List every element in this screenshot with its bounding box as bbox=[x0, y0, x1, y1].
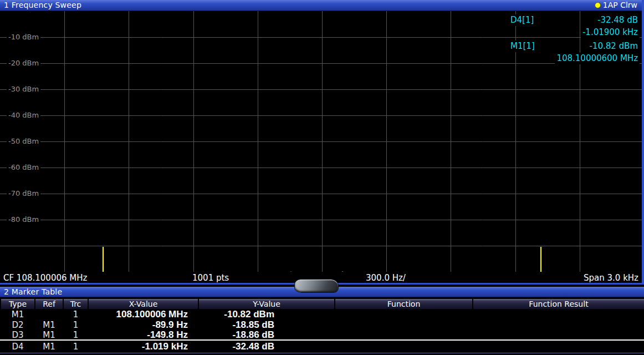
cell-y-value: -18.85 dB bbox=[199, 320, 334, 330]
readout-m1-freq: 108.10000600 MHz bbox=[555, 53, 640, 64]
cell-function-result bbox=[473, 330, 644, 340]
center-frequency-field[interactable]: CF 108.100006 MHz bbox=[3, 273, 87, 283]
cell-trc: 1 bbox=[64, 330, 88, 340]
marker-table-header: Type Ref Trc X-Value Y-Value Function Fu… bbox=[0, 299, 644, 309]
column-header-x-value: X-Value bbox=[89, 299, 198, 309]
table-row-d4[interactable]: D4 M1 1 -1.019 kHz -32.48 dB bbox=[0, 342, 644, 352]
cell-y-value: -10.82 dBm bbox=[199, 310, 334, 320]
marker-table-title: 2 Marker Table bbox=[4, 287, 62, 296]
splitter-grabber-handle[interactable] bbox=[294, 279, 339, 293]
table-row-separator bbox=[0, 339, 644, 341]
cell-type: M1 bbox=[1, 310, 34, 320]
cell-type: D3 bbox=[1, 330, 34, 340]
table-row-d2[interactable]: D2 M1 1 -89.9 Hz -18.85 dB bbox=[0, 320, 644, 330]
y-axis-label: -80 dBm bbox=[7, 215, 40, 224]
column-header-y-value: Y-Value bbox=[199, 299, 334, 309]
cell-trc: 1 bbox=[64, 342, 88, 352]
trace-color-dot-icon bbox=[595, 2, 601, 8]
cell-function-result bbox=[473, 342, 644, 352]
cell-type: D4 bbox=[1, 342, 34, 352]
y-axis-label: -60 dBm bbox=[7, 163, 40, 171]
cell-y-value: -18.86 dB bbox=[199, 330, 334, 340]
column-header-trc: Trc bbox=[64, 299, 88, 309]
cell-x-value: -1.019 kHz bbox=[89, 342, 198, 352]
cell-function bbox=[335, 330, 472, 340]
marker-readout-panel: D4[1] -32.48 dB -1.01900 kHz M1[1] -10.8… bbox=[501, 14, 640, 65]
y-axis-label: -10 dBm bbox=[7, 33, 40, 41]
readout-d4-label: D4[1] bbox=[509, 14, 535, 26]
cell-ref: M1 bbox=[35, 330, 63, 340]
trace-indicator-label: 1AP Clrw bbox=[603, 1, 637, 9]
screen-bottom-border bbox=[0, 352, 644, 354]
table-row-d3[interactable]: D3 M1 1 -149.8 Hz -18.86 dB bbox=[0, 330, 644, 340]
y-axis-label: -40 dBm bbox=[7, 111, 40, 119]
cell-y-value: -32.48 dB bbox=[199, 342, 334, 352]
cell-x-value: -149.8 Hz bbox=[89, 330, 198, 340]
span-field[interactable]: Span 3.0 kHz bbox=[584, 273, 638, 283]
table-row-m1[interactable]: M1 1 108.100006 MHz -10.82 dBm bbox=[0, 310, 644, 320]
readout-d4-freq: -1.01900 kHz bbox=[581, 27, 640, 38]
cell-x-value: 108.100006 MHz bbox=[89, 310, 198, 320]
readout-d4-row[interactable]: D4[1] -32.48 dB bbox=[501, 14, 640, 27]
spectrum-window-titlebar[interactable]: 1 Frequency Sweep 1AP Clrw bbox=[0, 0, 644, 11]
column-header-ref: Ref bbox=[35, 299, 63, 309]
sweep-points-field[interactable]: 1001 pts bbox=[192, 273, 229, 283]
readout-m1-freq-row[interactable]: 108.10000600 MHz bbox=[501, 53, 640, 65]
cell-function bbox=[335, 310, 472, 320]
y-axis-label: -20 dBm bbox=[7, 59, 40, 67]
readout-m1-label: M1[1] bbox=[509, 40, 536, 52]
cell-ref: M1 bbox=[35, 320, 63, 330]
cell-function bbox=[335, 342, 472, 352]
trace-indicator[interactable]: 1AP Clrw bbox=[595, 0, 637, 11]
cell-type: D2 bbox=[1, 320, 34, 330]
cell-function-result bbox=[473, 320, 644, 330]
readout-d4-level: -32.48 dB bbox=[596, 14, 640, 26]
cell-function bbox=[335, 320, 472, 330]
column-header-type: Type bbox=[1, 299, 34, 309]
spectrum-window-title: 1 Frequency Sweep bbox=[4, 1, 81, 9]
y-axis-label: -70 dBm bbox=[7, 189, 40, 197]
readout-m1-row[interactable]: M1[1] -10.82 dBm bbox=[501, 40, 640, 53]
readout-d4-freq-row[interactable]: -1.01900 kHz bbox=[501, 27, 640, 39]
y-axis-label: -50 dBm bbox=[7, 137, 40, 145]
column-header-function-result: Function Result bbox=[473, 299, 644, 309]
cell-ref bbox=[35, 310, 63, 320]
cell-function-result bbox=[473, 310, 644, 320]
y-axis-label: -30 dBm bbox=[7, 85, 40, 93]
scale-per-div-field[interactable]: 300.0 Hz/ bbox=[366, 273, 406, 283]
cell-trc: 1 bbox=[64, 310, 88, 320]
cell-ref: M1 bbox=[35, 342, 63, 352]
window-focus-border bbox=[642, 0, 644, 285]
cell-x-value: -89.9 Hz bbox=[89, 320, 198, 330]
instrument-screen: 1 Frequency Sweep 1AP Clrw -10 dBm-20 dB… bbox=[0, 0, 644, 355]
cell-trc: 1 bbox=[64, 320, 88, 330]
column-header-function: Function bbox=[335, 299, 472, 309]
readout-m1-level: -10.82 dBm bbox=[587, 40, 640, 52]
